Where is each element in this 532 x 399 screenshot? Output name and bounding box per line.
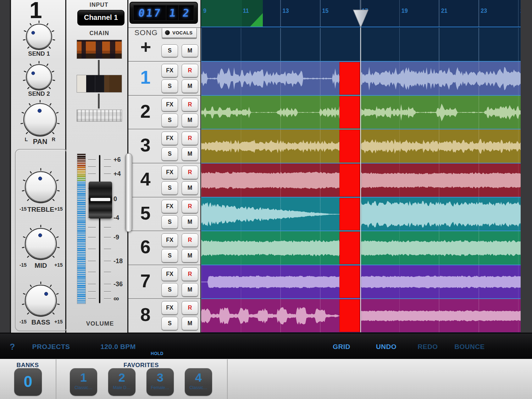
chain-slot-rack-thumbnail[interactable] xyxy=(77,110,122,121)
bank-button[interactable]: 0 xyxy=(14,368,42,396)
track-7-mute-button[interactable]: M xyxy=(182,283,198,297)
track-3-solo-button[interactable]: S xyxy=(161,147,178,161)
track-1-recording-clip[interactable] xyxy=(339,62,360,95)
track-5-fx-button[interactable]: FX xyxy=(161,200,178,213)
track-8-mute-button[interactable]: M xyxy=(182,317,198,330)
chain-slot-pedals-thumbnail[interactable] xyxy=(77,75,122,92)
treble-knob[interactable] xyxy=(21,167,61,209)
counter-beat: 1 xyxy=(168,7,178,19)
panel-resize-handle[interactable] xyxy=(125,153,132,232)
app-screen: 1 SEND 1 SEND 2 L PAN R -15 TREBLE +15 -… xyxy=(0,0,532,399)
redo-button[interactable]: REDO xyxy=(418,343,438,351)
favorite-2-button[interactable]: 2 Male D… xyxy=(108,368,135,396)
fader-scale-label: -9 xyxy=(113,234,119,241)
pan-knob[interactable] xyxy=(20,99,61,142)
track-1-solo-button[interactable]: S xyxy=(161,79,178,93)
banks-label: BANKS xyxy=(17,362,39,369)
track-6-record-arm-button[interactable]: R xyxy=(182,233,198,247)
favorite-3-button[interactable]: 3 Female… xyxy=(146,368,174,396)
track-3-fx-button[interactable]: FX xyxy=(161,132,178,145)
undo-button[interactable]: UNDO xyxy=(376,343,397,351)
track-6-mute-button[interactable]: M xyxy=(182,249,198,262)
send1-knob[interactable] xyxy=(22,20,56,55)
fader-track xyxy=(99,155,100,303)
mid-min-label: -15 xyxy=(20,262,27,268)
track-6-recording-clip[interactable] xyxy=(339,232,360,264)
track-3-recording-clip[interactable] xyxy=(339,130,360,162)
song-solo-button[interactable]: S xyxy=(161,44,178,57)
track-5-recording-clip[interactable] xyxy=(339,198,360,230)
add-track-button[interactable]: + xyxy=(133,37,158,59)
level-meter xyxy=(77,154,86,304)
track-7-recording-clip[interactable] xyxy=(339,266,360,298)
track-1-fx-button[interactable]: FX xyxy=(161,64,178,77)
bounce-button[interactable]: BOUNCE xyxy=(454,343,484,351)
track-2-record-arm-button[interactable]: R xyxy=(182,98,198,111)
track-8-record-arm-button[interactable]: R xyxy=(182,301,198,315)
track-5-solo-button[interactable]: S xyxy=(161,215,178,229)
track-8-recording-clip[interactable] xyxy=(339,299,360,332)
track-4-solo-button[interactable]: S xyxy=(161,181,178,195)
track-7-solo-button[interactable]: S xyxy=(161,283,178,297)
chain-slot-mic-thumbnail[interactable] xyxy=(77,40,122,59)
input-channel-button[interactable]: Channel 1 xyxy=(77,10,124,26)
track-8-solo-button[interactable]: S xyxy=(161,317,178,330)
track-7-fx-button[interactable]: FX xyxy=(161,267,178,281)
track-2-mute-button[interactable]: M xyxy=(182,113,198,127)
projects-button[interactable]: PROJECTS xyxy=(32,343,70,351)
track-number[interactable]: 8 xyxy=(133,304,157,325)
treble-label: TREBLE xyxy=(27,206,54,214)
help-button[interactable]: ? xyxy=(10,342,15,352)
bass-label: BASS xyxy=(32,318,50,326)
track-2-fx-button[interactable]: FX xyxy=(161,98,178,111)
track-number[interactable]: 2 xyxy=(133,101,157,122)
track-number[interactable]: 6 xyxy=(133,236,157,257)
bass-max-label: +15 xyxy=(54,319,63,325)
track-6-solo-button[interactable]: S xyxy=(161,249,178,262)
track-7-waveform xyxy=(361,266,521,298)
favorite-1-button[interactable]: 1 Classic… xyxy=(70,368,97,396)
track-7-record-arm-button[interactable]: R xyxy=(182,267,198,281)
song-mute-button[interactable]: M xyxy=(182,44,198,57)
pan-right-label: R xyxy=(52,137,55,142)
bpm-display[interactable]: 120.0 BPM xyxy=(100,343,136,351)
bottom-dock: BANKS 0 FAVORITES 1 Classic… 2 Male D… 3… xyxy=(0,359,532,399)
track-number[interactable]: 5 xyxy=(133,203,157,224)
track-2-solo-button[interactable]: S xyxy=(161,113,178,127)
input-chain-panel: INPUT Channel 1 CHAIN +6 +4 0 -4 -9 -18 … xyxy=(66,0,128,333)
track-1-record-arm-button[interactable]: R xyxy=(182,64,198,77)
favorite-number: 2 xyxy=(108,368,135,387)
track-6-fx-button[interactable]: FX xyxy=(161,233,178,247)
grid-button[interactable]: GRID xyxy=(333,343,350,351)
loop-region[interactable] xyxy=(201,0,263,27)
bar-number: 11 xyxy=(243,8,249,14)
track-4-mute-button[interactable]: M xyxy=(182,181,198,195)
track-4-recording-clip[interactable] xyxy=(339,164,360,196)
track-8-fx-button[interactable]: FX xyxy=(161,301,178,315)
volume-fader[interactable] xyxy=(89,182,112,218)
favorite-number: 4 xyxy=(185,368,212,387)
favorite-4-button[interactable]: 4 Classic… xyxy=(185,368,212,396)
track-1-mute-button[interactable]: M xyxy=(182,79,198,93)
track-4-record-arm-button[interactable]: R xyxy=(182,166,198,179)
track-3-mute-button[interactable]: M xyxy=(182,147,198,161)
track-number[interactable]: 1 xyxy=(133,67,157,88)
chain-label: CHAIN xyxy=(89,30,109,37)
track-2-recording-clip[interactable] xyxy=(339,96,360,128)
track-5-record-arm-button[interactable]: R xyxy=(182,200,198,213)
favorite-label: Classic… xyxy=(185,385,212,390)
track-number[interactable]: 4 xyxy=(133,168,157,190)
track-number[interactable]: 3 xyxy=(133,134,157,156)
bass-knob[interactable] xyxy=(21,281,61,322)
track-4-fx-button[interactable]: FX xyxy=(161,166,178,179)
arrange-timeline[interactable]: 91113151719212325 xyxy=(201,0,521,333)
mid-knob[interactable] xyxy=(21,224,61,265)
track-7-waveform xyxy=(201,266,339,298)
track-3-record-arm-button[interactable]: R xyxy=(182,132,198,145)
playhead-marker[interactable] xyxy=(353,10,368,28)
track-number[interactable]: 7 xyxy=(133,270,157,292)
track-5-mute-button[interactable]: M xyxy=(182,215,198,229)
track-1-waveform xyxy=(201,62,339,95)
treble-min-label: -15 xyxy=(20,206,27,212)
song-preset-button[interactable]: VOCALS xyxy=(162,27,197,38)
